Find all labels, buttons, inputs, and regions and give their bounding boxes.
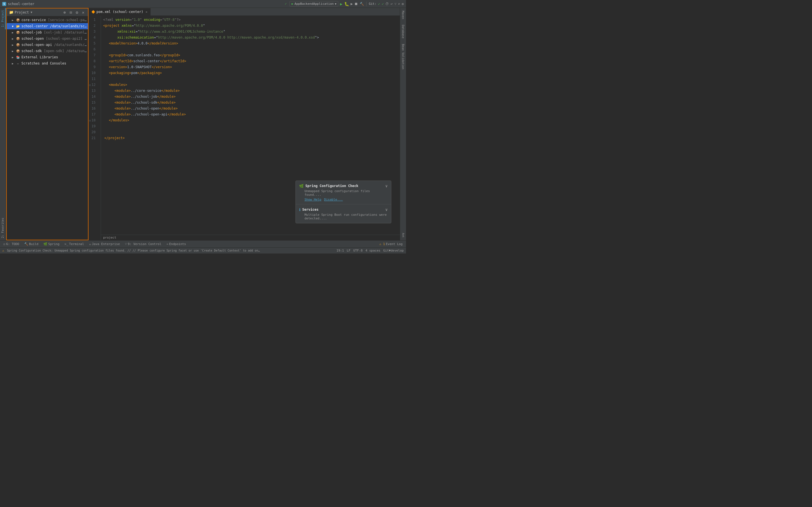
disable-link[interactable]: Disable... [324,198,343,202]
project-icon: 📁 [9,10,13,14]
module-icon-school-center: 📂 [16,24,20,29]
tree-item-core-service[interactable]: ▶ 📦 core-service [service-school-parent] [7,17,88,23]
tree-arrow-external-libraries: ▶ [12,56,16,59]
panel-settings-button[interactable]: ⚙ [74,10,80,15]
git-branch-indicator[interactable]: Git▼develop [383,249,404,252]
tree-item-school-job[interactable]: ▶ 📦 school-job [xxl-job] /data/sunlands/… [7,29,88,36]
run-with-coverage-button[interactable]: ▶ [351,2,353,6]
notif-services-header: ℹ Services ∨ [299,207,388,212]
java-enterprise-label: Java Enterprise [92,242,120,246]
warning-badge: ⚠ 1 [379,242,385,246]
git-history-icon[interactable]: ⏱ [386,2,389,6]
git-check-icon[interactable]: ✓ [378,2,380,6]
editor-content[interactable]: 1 2 3 4 5 6 7 8 9 10 11 ◎ 12 13 14 15 16… [89,16,400,240]
code-line-12: <modules> [103,82,398,88]
git-checkmark-1[interactable]: ✓ [284,1,288,6]
build-button[interactable]: 🔨 [360,2,364,6]
bottom-tab-todo[interactable]: ☑ 6: TODO [1,241,21,247]
tab-close-pom-xml[interactable]: ✕ [146,10,147,14]
collapse-all-button[interactable]: ⊟ [68,10,73,15]
bottom-tab-terminal[interactable]: >_ Terminal [62,241,86,247]
bottom-tab-spring[interactable]: 🌿 Spring [41,241,62,247]
tree-arrow-school-job: ▶ [12,31,16,34]
bottom-tab-java-enterprise[interactable]: ☕ Java Enterprise [87,241,122,247]
code-line-7: <groupId>com.sunlands.feo</groupId> [103,52,398,58]
panel-toolbar: ⊕ ⊟ ⚙ ✕ [62,10,86,15]
notif-services: ℹ Services ∨ Multiple Spring Boot run co… [296,205,391,223]
tree-item-school-center[interactable]: ▼ 📂 school-center /data/sunlands/school/… [7,23,88,29]
right-tab-ant[interactable]: Ant [401,230,405,240]
panel-title: 📁 Project ▼ [9,10,60,14]
event-log-area: ⚠ 1 Event Log [377,241,405,247]
search-everywhere-icon[interactable]: ⌕ [398,2,400,6]
java-enterprise-icon: ☕ [89,242,91,246]
tree-item-school-open[interactable]: ▶ 📦 school-open [school-open-api2] /data [7,36,88,42]
git-label: Git: [369,2,376,6]
tree-item-scratches[interactable]: ▶ ✏ Scratches and Consoles [7,60,88,66]
bottom-tab-version-control[interactable]: ⑂ 9: Version Control [123,241,163,247]
encoding-indicator[interactable]: UTF-8 [353,249,363,252]
run-button[interactable]: ▶ [340,2,342,6]
notif-services-title: Services [302,208,319,212]
settings-icon[interactable]: ⚙ [402,2,404,6]
show-help-link[interactable]: Show Help [305,198,321,202]
notif-spring-expand-icon[interactable]: ∨ [386,184,388,188]
terminal-icon: >_ [64,242,68,246]
scratch-icon: ✏ [16,61,20,66]
todo-label: 6: TODO [6,242,19,246]
tree-item-school-sdk[interactable]: ▶ 📦 school-sdk [open-sdk] /data/sunlands [7,48,88,54]
tree-item-external-libraries[interactable]: ▶ 📚 External Libraries [7,54,88,60]
xml-file-icon: 🔶 [91,10,95,14]
code-line-5: <modelVersion>4.0.0</modelVersion> [103,41,398,47]
bottom-tab-build[interactable]: 🔨 Build [22,241,41,247]
notif-services-expand-icon[interactable]: ∨ [386,207,388,212]
notif-spring-header: 🌿 Spring Configuration Check ∨ [299,184,388,188]
module-icon-school-job: 📦 [16,30,20,35]
bottom-tab-endpoints[interactable]: → Endpoints [164,241,188,247]
line-numbers: 1 2 3 4 5 6 7 8 9 10 11 ◎ 12 13 14 15 16… [89,16,101,240]
tree-item-school-open-api[interactable]: ▶ 📦 school-open-api /data/sunlands/schoo [7,42,88,48]
tree-label-school-center: school-center /data/sunlands/school/s [21,24,87,28]
sidebar-tab-project[interactable]: 1: Project [0,8,6,29]
indent-indicator[interactable]: 4 spaces [365,249,380,252]
tree-arrow-school-sdk: ▶ [12,50,16,53]
git-check2-icon[interactable]: ✓ [382,2,384,6]
code-line-16: <module>../school-open</module> [103,106,398,112]
panel-title-dropdown-icon[interactable]: ▼ [31,11,33,14]
right-tab-maven[interactable]: Maven [401,8,405,22]
bottom-tab-event-log[interactable]: ⚠ 1 Event Log [377,241,405,247]
locate-file-button[interactable]: ⊕ [62,10,67,15]
code-line-14: <module>../school-job</module> [103,94,398,100]
panel-close-button[interactable]: ✕ [81,10,86,15]
project-tree: ▶ 📦 core-service [service-school-parent]… [7,16,88,240]
debug-button[interactable]: 🐛 [344,2,349,6]
git-branches-icon[interactable]: ⑂ [395,2,396,6]
notification-panel: 🌿 Spring Configuration Check ∨ Unmapped … [296,180,391,223]
code-line-3: xmlns:xsi="http://www.w3.org/2001/XMLSch… [103,29,398,35]
notif-spring-actions: Show Help Disable... [305,198,388,202]
run-config-dropdown[interactable]: ▶ AppBackendApplication ▼ [290,1,338,6]
right-tab-database[interactable]: Database [401,22,405,41]
line-separator[interactable]: LF [347,249,350,252]
git-rollback-icon[interactable]: ↩ [391,2,393,6]
code-line-8: <artifactId>school-center</artifactId> [103,58,398,64]
stop-button[interactable]: ⏹ [354,2,358,6]
code-line-21: </project> [103,135,398,141]
todo-icon: ☑ [3,242,5,246]
event-log-label: Event Log [386,242,403,246]
code-line-1: <?xml version="1.0" encoding="UTF-8"?> [103,17,398,23]
version-control-label: 9: Version Control [128,242,161,246]
spring-icon: 🌿 [299,184,304,188]
tree-label-external-libraries: External Libraries [21,55,58,59]
build-icon: 🔨 [24,242,28,246]
run-config-chevron-icon: ▼ [335,3,336,5]
tree-arrow-school-open: ▶ [12,37,16,40]
cursor-position[interactable]: 19:1 [336,249,344,252]
sidebar-tab-favorites[interactable]: 2: Favorites [0,216,6,240]
panel-header: 📁 Project ▼ ⊕ ⊟ ⚙ ✕ [7,8,88,16]
right-tab-bean-validation[interactable]: Bean Validation [401,41,405,72]
tab-label-pom-xml: pom.xml (school-center) [96,10,143,14]
editor-tab-bar: 🔶 pom.xml (school-center) ✕ [89,8,400,16]
code-line-9: <version>1.0-SNAPSHOT</version> [103,64,398,70]
editor-tab-pom-xml[interactable]: 🔶 pom.xml (school-center) ✕ [89,8,151,15]
